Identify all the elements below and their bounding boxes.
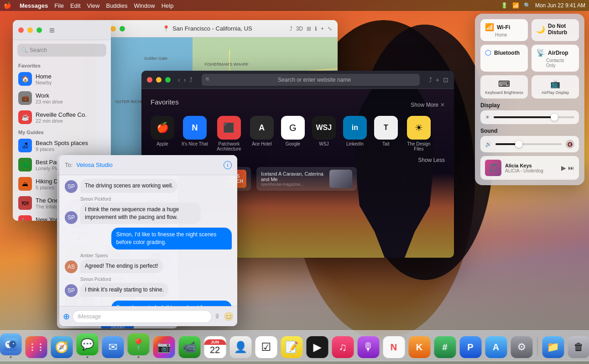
dock-news[interactable]: N (383, 336, 405, 358)
safari-forward-icon[interactable]: › (184, 76, 186, 83)
safari-back-icon[interactable]: ‹ (178, 76, 180, 83)
cc-volume-slider[interactable] (495, 143, 562, 145)
dock-appletv[interactable]: ▶ (306, 336, 328, 358)
msg-emoji-button[interactable]: 😊 (224, 312, 234, 322)
safari-close-button[interactable] (147, 77, 152, 83)
dock-contacts[interactable]: 👤 (229, 336, 251, 358)
safari-fav-tait[interactable]: T Tait (374, 116, 398, 151)
safari-fav-linkedin[interactable]: in LinkedIn (343, 116, 367, 151)
dock-pages[interactable]: P (459, 336, 481, 358)
maps-sidebar-close[interactable] (18, 27, 24, 33)
menu-help[interactable]: Help (162, 2, 174, 9)
dock-podcasts[interactable]: 🎙 (357, 336, 379, 358)
dock-trash[interactable]: 🗑 (568, 336, 589, 358)
safari-fav-ace[interactable]: A Ace Hotel (250, 116, 274, 151)
cc-next-track-button[interactable]: ⏭ (568, 164, 574, 172)
cc-brightness-slider[interactable] (494, 116, 574, 118)
maps-item-work[interactable]: 💼 Work 23 min drive (13, 88, 111, 108)
safari-tab-add-icon[interactable]: + (436, 76, 439, 83)
dock-facetime[interactable]: 📹 (178, 336, 200, 358)
maps-add-icon[interactable]: + (321, 26, 324, 32)
msg-avatar-amber: AS (65, 260, 78, 273)
safari-maximize-button[interactable] (165, 77, 171, 83)
dock-keynote[interactable]: K (408, 336, 430, 358)
dock-notes[interactable]: 📝 (281, 336, 302, 358)
menu-buddies[interactable]: Buddies (106, 2, 127, 9)
dock-reminders-icon: ☑ (255, 336, 277, 358)
msg-to-name: Velosa Studio (76, 161, 113, 168)
search-icon[interactable]: 🔍 (524, 2, 531, 9)
messages-chat-body[interactable]: SP The driving scenes are working well. … (59, 175, 237, 306)
dock-launchpad[interactable]: ⋮⋮ (25, 336, 47, 358)
map-label-fishermans: FISHERMAN'S WHARF (205, 62, 249, 67)
maps-location-text[interactable]: San Francisco - California, US (172, 25, 252, 32)
maps-guide-beach[interactable]: 🏖 Beach Spots places 9 places (13, 136, 111, 155)
cc-dnd-tile[interactable]: 🌙 Do Not Disturb (532, 19, 579, 41)
msg-info-button[interactable]: i (224, 161, 232, 169)
cc-wifi-tile[interactable]: 📶 Wi-Fi Home (480, 19, 528, 41)
safari-show-more-button[interactable]: Show More (411, 102, 438, 108)
maps-share-icon[interactable]: ⤴ (290, 26, 292, 32)
dock-numbers[interactable]: # (434, 336, 456, 358)
cc-mute-button[interactable]: 🔇 (565, 140, 574, 149)
apple-menu-icon[interactable]: 🍎 (4, 2, 11, 9)
safari-share-icon[interactable]: ⤴ (189, 76, 193, 83)
maps-3d-icon[interactable]: 3D (296, 26, 303, 32)
menu-edit[interactable]: Edit (70, 2, 80, 9)
cc-brightness-thumb[interactable] (551, 114, 558, 121)
safari-url-bar[interactable]: 🔍 Search or enter website name (202, 74, 419, 86)
safari-fav-patchwork[interactable]: ⬛ Patchwork Architecture (215, 116, 243, 151)
dock-music[interactable]: ♫ (332, 336, 354, 358)
cc-airplay-tile[interactable]: 📺 AirPlay Display (532, 75, 579, 99)
dock-messages[interactable]: 💬 (76, 333, 98, 358)
safari-show-more-icon[interactable]: ✕ (440, 102, 445, 108)
maps-item-reveille[interactable]: ☕ Reveille Coffee Co. 22 min drive (13, 108, 111, 127)
dock-calendar[interactable]: JUN 22 (204, 336, 226, 358)
menu-view[interactable]: View (87, 2, 100, 9)
menu-window[interactable]: Window (134, 2, 155, 9)
cc-volume-thumb[interactable] (515, 140, 522, 148)
msg-attach-button[interactable]: ⊕ (63, 312, 70, 322)
safari-link-card-2[interactable]: Iceland A Caravan, Caterina and Me openh… (256, 167, 357, 191)
safari-tab-overview-icon[interactable]: ⊡ (443, 76, 448, 83)
maps-info-icon[interactable]: ℹ (315, 26, 317, 32)
maps-sidebar-maximize[interactable] (36, 27, 42, 33)
safari-fav-apple[interactable]: 🍎 Apple (151, 116, 174, 151)
dock-files[interactable]: 📁 (542, 336, 564, 358)
safari-fav-google[interactable]: G Google (281, 116, 305, 151)
dock-reminders[interactable]: ☑ (255, 336, 277, 358)
maps-sidebar-toggle-icon[interactable]: ⊞ (49, 26, 55, 34)
dock-photos[interactable]: 📷 (153, 336, 175, 358)
dock-safari[interactable]: 🧭 (51, 336, 73, 358)
cc-play-pause-button[interactable]: ▶ (561, 164, 566, 172)
maps-reveille-sub: 22 min drive (36, 118, 105, 124)
safari-show-less-button[interactable]: Show Less (418, 157, 445, 163)
cc-airdrop-tile[interactable]: 📡 AirDrop Contacts Only (532, 45, 579, 72)
minimize-button[interactable] (110, 26, 116, 31)
dock-mail[interactable]: ✉ (102, 336, 124, 358)
dock-finder[interactable] (0, 333, 21, 358)
cc-keyboard-brightness-tile[interactable]: ⌨ Keyboard Brightness (480, 75, 528, 99)
maximize-button[interactable] (120, 26, 125, 31)
msg-audio-icon[interactable]: 🎙 (214, 313, 221, 320)
safari-fav-nts[interactable]: N It's Nice That (182, 116, 208, 151)
cc-bluetooth-tile[interactable]: ⬡ Bluetooth (480, 45, 528, 72)
msg-sender-simon3: Simon Pickford (80, 277, 168, 282)
dock-appstore[interactable]: A (485, 336, 507, 358)
safari-minimize-button[interactable] (156, 77, 162, 83)
safari-fav-design[interactable]: ☀ The Design Files (405, 116, 433, 151)
wifi-icon[interactable]: 📶 (512, 2, 519, 9)
maps-item-home[interactable]: 🏠 Home Nearby (13, 69, 111, 88)
dock-systemprefs[interactable]: ⚙ (511, 336, 532, 358)
maps-search-bar[interactable]: 🔍 Search (17, 44, 106, 57)
maps-sidebar-minimize[interactable] (27, 27, 33, 33)
msg-input-field[interactable]: iMessage (73, 310, 212, 323)
safari-fav-wsj[interactable]: WSJ WSJ (312, 116, 336, 151)
dock-maps[interactable]: 📍 (127, 333, 149, 358)
active-app-name[interactable]: Messages (20, 2, 48, 9)
safari-upload-icon[interactable]: ⤴ (429, 76, 432, 83)
maps-expand-icon[interactable]: ⤡ (328, 26, 332, 32)
maps-grid-icon[interactable]: ⊞ (307, 26, 311, 32)
menu-file[interactable]: File (54, 2, 64, 9)
safari-url-text[interactable]: Search or enter website name (213, 77, 416, 83)
